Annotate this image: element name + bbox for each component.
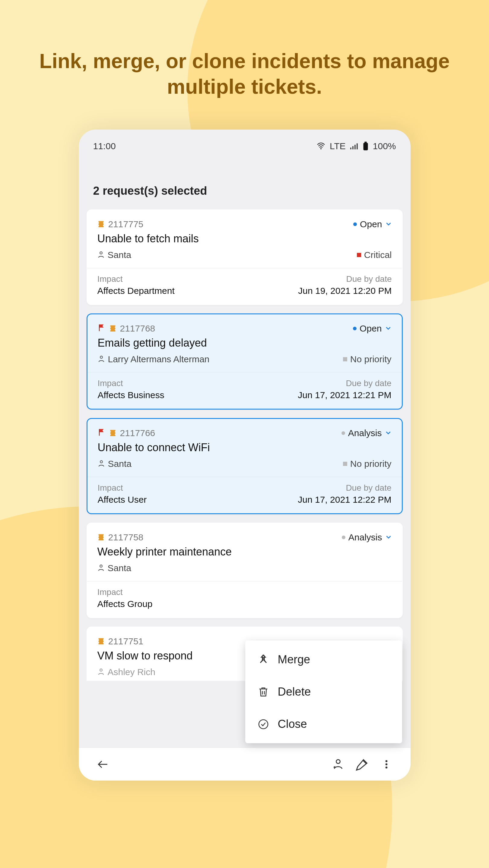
impact-value: Affects Department [97, 286, 175, 296]
ticket-list: 2117775 Open Unable to fetch mails Santa [79, 210, 410, 681]
person-icon [98, 459, 105, 469]
status-time: 11:00 [93, 141, 116, 151]
divider [87, 477, 402, 477]
status-label: Open [359, 323, 382, 334]
ticket-card[interactable]: 2117758 Analysis Weekly printer maintena… [87, 523, 403, 618]
flag-icon [98, 323, 106, 334]
priority-label: No priority [350, 459, 392, 469]
impact-label: Impact [97, 274, 175, 284]
status-label: Analysis [348, 532, 382, 542]
svg-point-9 [100, 356, 103, 358]
svg-point-18 [385, 767, 387, 769]
svg-point-11 [100, 461, 103, 463]
signal-icon [350, 143, 358, 150]
status-dot [342, 535, 345, 539]
requester-name: Santa [108, 250, 131, 260]
back-button[interactable] [91, 752, 115, 776]
requester-name: Ashley Rich [108, 667, 155, 677]
chevron-down-icon [385, 428, 392, 438]
svg-point-13 [100, 669, 102, 671]
ticket-icon [109, 323, 116, 334]
ticket-icon [97, 532, 105, 542]
ticket-card[interactable]: 2117768 Open Emails getting delayed Larr… [87, 313, 403, 410]
ticket-card[interactable]: 2117766 Analysis Unable to connect WiFi … [87, 418, 403, 514]
svg-point-0 [320, 148, 322, 149]
ticket-icon [97, 636, 105, 647]
priority-indicator [357, 253, 361, 257]
close-label: Close [278, 718, 307, 731]
priority-label: No priority [350, 354, 392, 364]
impact-value: Affects Group [97, 599, 153, 609]
svg-point-14 [259, 720, 268, 729]
divider [87, 372, 402, 373]
more-button[interactable] [374, 752, 399, 776]
svg-point-17 [385, 763, 387, 765]
person-icon [97, 667, 105, 677]
status-dropdown[interactable]: Analysis [342, 428, 392, 438]
merge-label: Merge [278, 653, 310, 666]
actions-popup: Merge Delete Close [245, 641, 402, 743]
chevron-down-icon [385, 532, 392, 542]
status-dot [353, 222, 357, 226]
network-label: LTE [330, 141, 346, 151]
svg-point-15 [336, 760, 340, 764]
requester-name: Santa [108, 563, 131, 573]
impact-value: Affects User [98, 495, 147, 505]
ticket-id: 2117758 [108, 532, 144, 542]
requester-name: Santa [108, 459, 132, 469]
ticket-icon [109, 428, 116, 438]
delete-label: Delete [278, 685, 311, 698]
impact-label: Impact [98, 378, 165, 388]
edit-button[interactable] [350, 752, 374, 776]
ticket-card[interactable]: 2117775 Open Unable to fetch mails Santa [87, 210, 403, 305]
svg-rect-8 [99, 324, 99, 331]
ticket-title: Weekly printer maintenance [97, 546, 392, 558]
svg-rect-5 [365, 142, 367, 143]
priority-indicator [343, 462, 347, 466]
svg-point-16 [385, 760, 387, 762]
selection-header: 2 request(s) selected [79, 154, 410, 210]
status-dropdown[interactable]: Analysis [342, 532, 392, 542]
svg-point-7 [100, 252, 102, 254]
person-icon [97, 563, 105, 573]
svg-rect-6 [363, 143, 368, 150]
divider [87, 268, 402, 268]
close-action[interactable]: Close [245, 708, 402, 740]
status-dot [353, 327, 356, 330]
impact-label: Impact [97, 587, 153, 597]
svg-rect-2 [352, 146, 353, 150]
due-value: Jun 17, 2021 12:22 PM [298, 495, 391, 505]
assign-button[interactable] [326, 752, 350, 776]
due-value: Jun 17, 2021 12:21 PM [298, 390, 391, 400]
divider [87, 581, 402, 581]
bottom-toolbar [79, 747, 410, 781]
due-label: Due by date [298, 274, 392, 284]
due-value: Jun 19, 2021 12:20 PM [298, 286, 392, 296]
person-icon [98, 354, 105, 364]
chevron-down-icon [385, 219, 392, 229]
ticket-title: Unable to connect WiFi [98, 441, 392, 454]
ticket-id: 2117768 [120, 323, 155, 334]
ticket-id: 2117751 [108, 636, 144, 647]
chevron-down-icon [385, 323, 392, 334]
status-label: Open [360, 219, 382, 229]
svg-rect-10 [99, 429, 99, 436]
delete-action[interactable]: Delete [245, 676, 402, 708]
person-icon [97, 250, 105, 260]
battery-icon [363, 142, 369, 151]
flag-icon [98, 428, 106, 438]
due-label: Due by date [298, 378, 391, 388]
ticket-title: Emails getting delayed [98, 337, 392, 349]
impact-label: Impact [98, 483, 147, 493]
status-dropdown[interactable]: Open [353, 323, 391, 334]
requester-name: Larry Altermans Alterman [108, 354, 210, 364]
phone-frame: 11:00 LTE 100% 2 request(s) selected [79, 130, 410, 781]
ticket-title: Unable to fetch mails [97, 232, 392, 245]
merge-action[interactable]: Merge [245, 644, 402, 676]
status-dropdown[interactable]: Open [353, 219, 392, 229]
due-label: Due by date [298, 483, 391, 493]
ticket-icon [97, 219, 105, 229]
svg-rect-4 [356, 144, 358, 150]
priority-indicator [343, 357, 347, 361]
priority-label: Critical [364, 250, 392, 260]
